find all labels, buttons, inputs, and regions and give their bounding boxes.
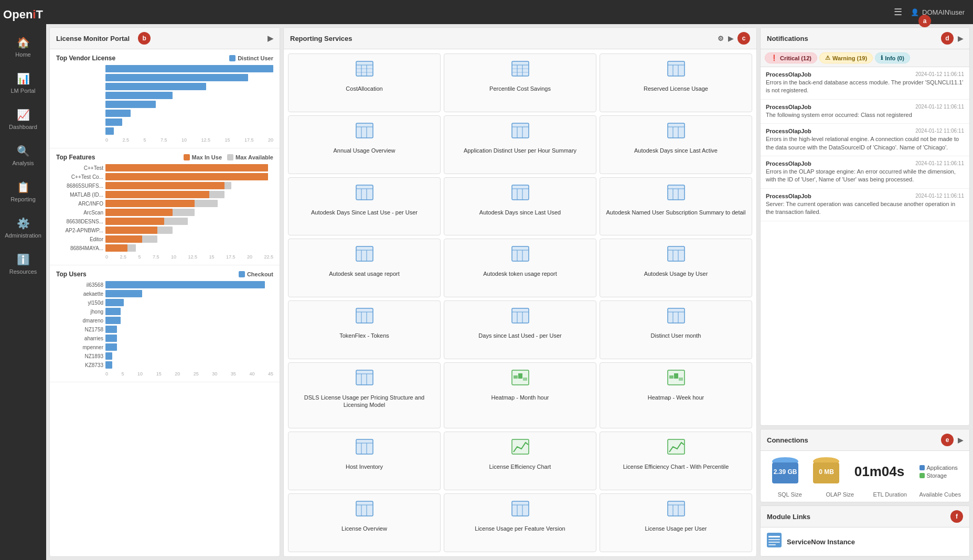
autodesk-days-use-icon: [355, 183, 374, 206]
svg-rect-90: [668, 501, 685, 516]
notifications-title: Notifications: [767, 35, 808, 42]
svg-rect-76: [356, 439, 373, 454]
critical-icon: ❗: [771, 55, 778, 61]
analysis-icon: 🔍: [17, 145, 30, 157]
svg-rect-71: [523, 378, 527, 381]
distinct-user-month-icon: [667, 306, 686, 329]
report-grid: CostAllocation Percentile Cost Savings R…: [284, 49, 756, 556]
servicenow-link[interactable]: ServiceNow Instance: [761, 527, 969, 556]
sidebar-item-analysis[interactable]: 🔍 Analysis: [0, 137, 46, 174]
applications-dot: [919, 465, 925, 470]
heatmap-week-icon: [667, 368, 686, 391]
svg-rect-64: [356, 370, 373, 385]
right-panel: Notifications d ▶ ❗ Critical (12) ⚠ Warn…: [760, 27, 970, 557]
license-usage-user-label: License Usage per User: [645, 525, 707, 532]
heatmap-week-label: Heatmap - Week hour: [648, 394, 704, 401]
license-usage-user-icon: [667, 499, 686, 522]
license-efficiency-percentile-icon: [667, 437, 686, 460]
report-card-autodesk-seat[interactable]: Autodesk seat usage report: [288, 239, 441, 297]
sidebar-item-administration[interactable]: ⚙️ Administration: [0, 210, 46, 246]
svg-rect-48: [668, 246, 685, 261]
report-card-license-efficiency[interactable]: License Efficiency Chart: [444, 432, 596, 490]
report-card-autodesk-days-active[interactable]: Autodesk Days since Last Active: [600, 115, 752, 174]
lm-expand-icon[interactable]: ▶: [268, 34, 273, 42]
report-card-percentile-cost-savings[interactable]: Percentile Cost Savings: [444, 53, 596, 112]
report-card-reserved-license[interactable]: Reserved License Usage: [600, 53, 752, 112]
autodesk-usage-user-icon: [667, 244, 686, 267]
available-cubes-label: Available Cubes: [919, 491, 961, 498]
tab-warning[interactable]: ⚠ Warning (19): [819, 52, 873, 63]
content-area: License Monitor Portal b ▶ Top Vendor Li…: [46, 24, 973, 560]
notif-item-1: ProcessOlapJob 2024-01-12 11:06:11 Error…: [761, 67, 969, 100]
svg-rect-20: [512, 123, 529, 138]
report-card-autodesk-token[interactable]: Autodesk token usage report: [444, 239, 596, 297]
svg-rect-32: [512, 185, 529, 200]
svg-rect-86: [512, 501, 529, 516]
license-efficiency-icon: [511, 437, 530, 460]
annotation-e: e: [941, 434, 954, 446]
reserved-license-label: Reserved License Usage: [644, 85, 708, 92]
etl-duration-label: ETL Duration: [869, 491, 911, 498]
tab-info[interactable]: ℹ Info (0): [875, 52, 910, 63]
autodesk-token-icon: [511, 244, 530, 267]
annotation-d: d: [941, 32, 954, 45]
reporting-expand-icon[interactable]: ▶: [728, 35, 733, 42]
notification-tabs: ❗ Critical (12) ⚠ Warning (19) ℹ Info (0…: [761, 49, 969, 67]
module-links-panel: Module Links f ServiceNow Instance: [760, 505, 970, 557]
report-card-heatmap-month[interactable]: Heatmap - Month hour: [444, 362, 596, 428]
svg-rect-74: [674, 373, 678, 379]
report-card-host-inventory[interactable]: Host Inventory: [288, 432, 441, 490]
tab-critical[interactable]: ❗ Critical (12): [765, 52, 817, 63]
notifications-expand-icon[interactable]: ▶: [958, 35, 963, 42]
report-card-app-distinct-user[interactable]: Application Distinct User per Hour Summa…: [444, 115, 596, 174]
sql-size-label: SQL Size: [769, 491, 811, 498]
report-card-license-usage-user[interactable]: License Usage per User: [600, 493, 752, 552]
sidebar-item-home[interactable]: 🏠 Home: [0, 29, 46, 65]
license-usage-feature-label: License Usage per Feature Version: [475, 525, 565, 532]
report-card-autodesk-usage-user[interactable]: Autodesk Usage by User: [600, 239, 752, 297]
report-card-autodesk-days-last-used[interactable]: Autodesk Days since Last Used: [444, 177, 596, 236]
sidebar-item-lm-portal[interactable]: 📊 LM Portal: [0, 65, 46, 101]
settings-icon[interactable]: ⚙: [718, 35, 724, 42]
percentile-cost-label: Percentile Cost Savings: [489, 85, 551, 92]
report-card-autodesk-days-last-use[interactable]: Autodesk Days Since Last Use - per User: [288, 177, 441, 236]
svg-rect-98: [768, 544, 776, 545]
users-legend: Checkout: [239, 271, 273, 277]
logo: OpeniT: [0, 0, 46, 29]
cubes-legend: Applications Storage: [919, 465, 958, 479]
report-card-distinct-user-month[interactable]: Distinct User month: [600, 300, 752, 359]
days-last-used-icon: [511, 306, 530, 329]
menu-icon[interactable]: ☰: [894, 6, 902, 18]
main-content: ☰ 👤 DOMAIN\user a License Monitor Portal…: [46, 0, 973, 560]
report-card-annual-usage[interactable]: Annual Usage Overview: [288, 115, 441, 174]
report-card-heatmap-week[interactable]: Heatmap - Week hour: [600, 362, 752, 428]
license-monitor-panel: License Monitor Portal b ▶ Top Vendor Li…: [49, 27, 280, 557]
report-card-days-last-used[interactable]: Days since Last Used - per User: [444, 300, 596, 359]
report-card-license-efficiency-percentile[interactable]: License Efficiency Chart - With Percenti…: [600, 432, 752, 490]
notif-item-4: ProcessOlapJob 2024-01-12 11:06:11 Error…: [761, 156, 969, 189]
top-vendor-title: Top Vendor License: [56, 55, 115, 62]
sidebar-item-resources[interactable]: ℹ️ Resources: [0, 246, 46, 282]
connections-content: 2.39 GB 0 MB 01m04s: [761, 451, 969, 489]
cost-allocation-label: CostAllocation: [346, 85, 382, 92]
sidebar-item-dashboard[interactable]: 📈 Dashboard: [0, 101, 46, 137]
report-card-dsls[interactable]: DSLS License Usage per Pricing Structure…: [288, 362, 441, 428]
report-card-license-usage-feature[interactable]: License Usage per Feature Version: [444, 493, 596, 552]
annual-usage-label: Annual Usage Overview: [333, 147, 395, 154]
reporting-panel: Reporting Services ⚙ ▶ c CostAllocation: [283, 27, 757, 557]
connections-expand-icon[interactable]: ▶: [958, 436, 963, 444]
features-legend-max-available: Max Available: [227, 154, 273, 160]
report-card-license-overview[interactable]: License Overview: [288, 493, 441, 552]
autodesk-named-user-icon: [667, 183, 686, 206]
olap-size-value: 0 MB: [813, 457, 839, 486]
annotation-c: c: [737, 32, 750, 45]
report-card-autodesk-named-user[interactable]: Autodesk Named User Subscription Summary…: [600, 177, 752, 236]
sidebar-item-reporting[interactable]: 📋 Reporting: [0, 174, 46, 210]
report-card-cost-allocation[interactable]: CostAllocation: [288, 53, 441, 112]
autodesk-days-used-label: Autodesk Days since Last Used: [479, 209, 561, 216]
license-overview-icon: [355, 499, 374, 522]
report-card-tokenflex[interactable]: TokenFlex - Tokens: [288, 300, 441, 359]
svg-rect-16: [356, 123, 373, 138]
notif-item-3: ProcessOlapJob 2024-01-12 11:06:11 Error…: [761, 124, 969, 156]
topbar: ☰ 👤 DOMAIN\user a: [46, 0, 973, 24]
